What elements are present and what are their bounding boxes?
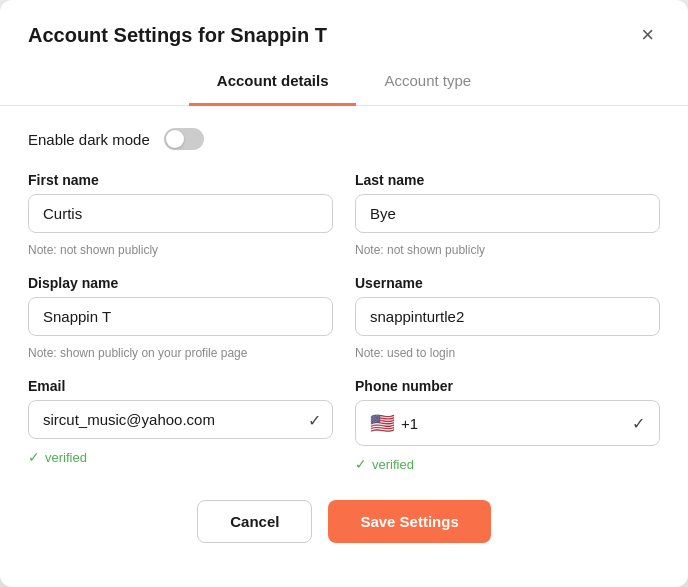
first-name-input-wrap xyxy=(28,194,333,233)
first-name-note: Note: not shown publicly xyxy=(28,243,333,257)
phone-code: +1 xyxy=(401,415,418,432)
email-verified-text: verified xyxy=(45,450,87,465)
email-label: Email xyxy=(28,378,333,394)
modal-content: Enable dark mode First name Note: not sh… xyxy=(0,106,688,472)
email-check-icon: ✓ xyxy=(308,410,321,429)
email-verified-row: ✓ verified xyxy=(28,449,333,465)
email-input[interactable] xyxy=(28,400,333,439)
phone-input-wrap[interactable]: 🇺🇸 +1 ✓ xyxy=(355,400,660,446)
name-row: First name Note: not shown publicly Last… xyxy=(28,172,660,257)
account-settings-modal: Account Settings for Snappin T × Account… xyxy=(0,0,688,587)
email-input-wrap: ✓ xyxy=(28,400,333,439)
tab-account-type[interactable]: Account type xyxy=(356,58,499,106)
email-verified-check-icon: ✓ xyxy=(28,449,40,465)
display-name-input[interactable] xyxy=(28,297,333,336)
phone-group: Phone number 🇺🇸 +1 ✓ ✓ verified xyxy=(355,378,660,472)
phone-verified-row: ✓ verified xyxy=(355,456,660,472)
dark-mode-label: Enable dark mode xyxy=(28,131,150,148)
last-name-group: Last name Note: not shown publicly xyxy=(355,172,660,257)
dark-mode-toggle[interactable] xyxy=(164,128,204,150)
username-label: Username xyxy=(355,275,660,291)
save-button[interactable]: Save Settings xyxy=(328,500,490,543)
first-name-group: First name Note: not shown publicly xyxy=(28,172,333,257)
first-name-input[interactable] xyxy=(28,194,333,233)
modal-title: Account Settings for Snappin T xyxy=(28,24,327,47)
phone-verified-text: verified xyxy=(372,457,414,472)
phone-input-inner: 🇺🇸 +1 ✓ xyxy=(370,401,645,445)
modal-footer: Cancel Save Settings xyxy=(0,500,688,543)
display-name-input-wrap xyxy=(28,297,333,336)
username-group: Username Note: used to login xyxy=(355,275,660,360)
tab-bar: Account details Account type xyxy=(0,58,688,106)
display-name-group: Display name Note: shown publicly on you… xyxy=(28,275,333,360)
last-name-note: Note: not shown publicly xyxy=(355,243,660,257)
display-name-note: Note: shown publicly on your profile pag… xyxy=(28,346,333,360)
display-name-label: Display name xyxy=(28,275,333,291)
last-name-input-wrap xyxy=(355,194,660,233)
last-name-label: Last name xyxy=(355,172,660,188)
first-name-label: First name xyxy=(28,172,333,188)
toggle-knob xyxy=(166,130,184,148)
display-username-row: Display name Note: shown publicly on you… xyxy=(28,275,660,360)
close-button[interactable]: × xyxy=(635,22,660,48)
tab-account-details[interactable]: Account details xyxy=(189,58,357,106)
phone-verified-check-icon: ✓ xyxy=(355,456,367,472)
username-input-wrap xyxy=(355,297,660,336)
phone-label: Phone number xyxy=(355,378,660,394)
username-input[interactable] xyxy=(355,297,660,336)
email-phone-row: Email ✓ ✓ verified Phone number 🇺🇸 +1 ✓ xyxy=(28,378,660,472)
flag-icon: 🇺🇸 xyxy=(370,411,395,435)
username-note: Note: used to login xyxy=(355,346,660,360)
cancel-button[interactable]: Cancel xyxy=(197,500,312,543)
dark-mode-row: Enable dark mode xyxy=(28,128,660,150)
last-name-input[interactable] xyxy=(355,194,660,233)
email-group: Email ✓ ✓ verified xyxy=(28,378,333,472)
phone-check-icon: ✓ xyxy=(632,414,645,433)
modal-header: Account Settings for Snappin T × xyxy=(0,0,688,48)
